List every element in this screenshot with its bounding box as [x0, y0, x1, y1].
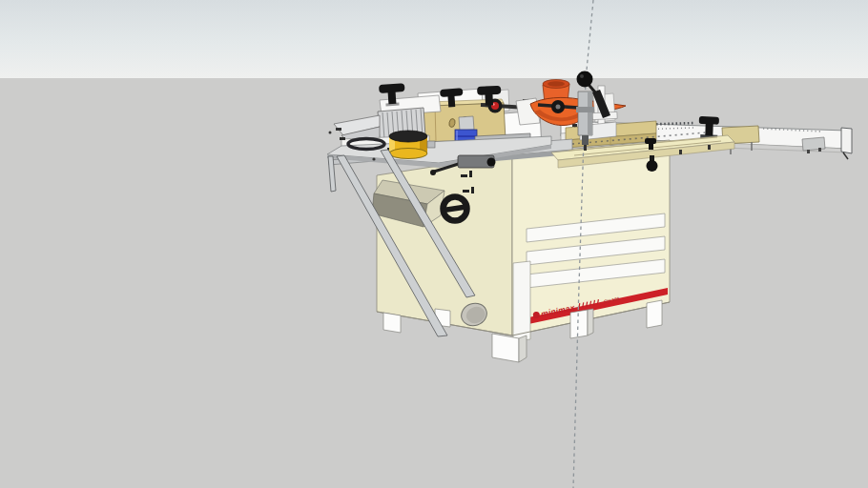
- model-viewport[interactable]: minimax CU 300: [0, 0, 868, 488]
- machine-model: minimax CU 300: [0, 0, 868, 488]
- base-cabinet: minimax CU 300: [372, 140, 670, 341]
- rail-end-cap: [841, 128, 852, 153]
- corner-pillar: [513, 261, 530, 341]
- lever-ball-knob: [577, 71, 593, 88]
